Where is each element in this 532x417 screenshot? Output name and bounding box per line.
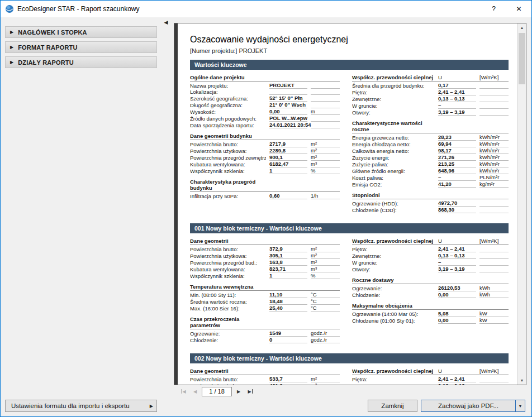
report-group-title: Czas przekroczenia parametrów <box>190 316 266 328</box>
sidebar-section-report-parts[interactable]: ▶ DZIAŁY RAPORTU <box>5 56 157 68</box>
sidebar-section-report-format[interactable]: ▶ FORMAT RAPORTU <box>5 41 157 53</box>
help-button[interactable]: ? <box>481 1 506 17</box>
report-row-unit: % <box>311 167 340 174</box>
last-page-button[interactable]: ▶ <box>245 387 255 396</box>
next-page-button[interactable]: ▶ <box>234 387 244 396</box>
window-title: EcoDesigner STAR - Raport szacunkowy <box>17 5 481 13</box>
collapse-panel-arrow-icon[interactable]: ◀ <box>162 18 170 26</box>
report-row-label: Piętra: <box>352 246 435 252</box>
report-row-label: Współczynnik szklenia: <box>190 273 266 279</box>
report-group-header: Współcz. przewodności cieplnejU[W/m²K] <box>352 74 509 82</box>
report-row-value: 11,10 <box>269 291 307 298</box>
report-row-label: Piętra: <box>352 376 435 382</box>
close-button[interactable]: ✕ <box>506 1 531 17</box>
report-row-value: 0,17 <box>438 82 476 89</box>
report-row-value: 18,48 <box>269 298 307 305</box>
report-row-unit: kWh/m²r <box>479 161 509 167</box>
report-row: Średnia wartość roczna:18,48°C <box>190 298 340 305</box>
report-row-label: Min. (08:00 Sty 11): <box>190 292 266 298</box>
report-row-label: Zużycie energii: <box>352 155 435 161</box>
report-row-value: 1 <box>269 272 307 279</box>
format-settings-label: Ustawienia formatu dla importu i eksport… <box>11 402 130 409</box>
report-subtitle: [Numer projektu:] PROJEKT <box>190 47 509 54</box>
report-row: Data sporządzenia raportu:24.01.2021 20:… <box>190 122 340 128</box>
report-row-label: Powierzchnia brutto: <box>190 246 266 252</box>
dropdown-arrow-icon: ▼ <box>519 404 522 408</box>
report-row-value: 6182,47 <box>269 161 307 167</box>
report-group-title: Współcz. przewodności cieplnej <box>352 368 435 374</box>
report-group-title: Maksymalne obciążenia <box>352 303 435 309</box>
report-row: Szerokość geograficzna:52° 15' 0" Płn <box>190 95 340 102</box>
report-group-value-head: U <box>438 368 476 374</box>
report-row-label: W gruncie: <box>352 103 435 109</box>
report-row-unit: m² <box>311 246 340 252</box>
report-row: Piętra:2,41 – 2,41 <box>352 89 509 95</box>
report-row-value: 3,19 – 3,19 <box>438 266 476 272</box>
page-navigation: ◀ ◀ 1 / 18 ▶ ▶ <box>178 386 255 396</box>
report-group: Dane geometrii budynkuPowierzchnia brutt… <box>190 133 340 174</box>
scroll-down-icon[interactable]: ▼ <box>518 376 526 385</box>
report-group: Temperatura wewnętrznaMin. (08:00 Sty 11… <box>190 284 340 311</box>
report-row-unit: m² <box>311 376 340 382</box>
sidebar-section-header-footer[interactable]: ▶ NAGŁÓWEK I STOPKA <box>5 26 157 38</box>
report-row-unit: m² <box>311 259 340 266</box>
report-row-unit: PLN/m²r <box>479 174 509 181</box>
report-row-label: Ogrzewanie (HDD): <box>352 200 435 207</box>
report-group: Maksymalne obciążeniaOgrzewanie (14:00 M… <box>352 303 509 324</box>
report-group-title: Dane geometrii budynku <box>190 133 266 139</box>
report-group-title: Współcz. przewodności cieplnej <box>352 74 435 80</box>
report-group: Współcz. przewodności cieplnejU[W/m²K]Śr… <box>352 74 509 116</box>
report-row-unit: godz./r <box>311 330 340 337</box>
report-group: Roczne dostawyOgrzewanie:26120,53kWhChło… <box>352 277 509 298</box>
report-row-unit: m³ <box>311 266 340 272</box>
close-dialog-button[interactable]: Zamknij <box>368 400 417 412</box>
dialog-window: EcoDesigner STAR - Raport szacunkowy ? ✕… <box>0 0 532 417</box>
report-row-value: 3,19 – 3,19 <box>438 109 476 116</box>
report-row: Koszt paliwa:–PLN/m²r <box>352 174 509 181</box>
report-row: Infiltracja przy 50Pa:0,601/h <box>190 193 340 199</box>
report-row-value: 26120,53 <box>438 285 476 291</box>
report-row-unit: m² <box>311 252 340 259</box>
report-row-unit: kWh/m²r <box>479 134 509 141</box>
report-row-label: Zużycie paliwa: <box>352 161 435 167</box>
format-settings-button[interactable]: Ustawienia formatu dla importu i eksport… <box>5 400 157 412</box>
previous-page-icon: ◀ <box>193 389 197 394</box>
report-row-value: 372,9 <box>269 246 307 252</box>
first-page-button[interactable]: ◀ <box>178 387 188 396</box>
report-row-value: 0,00 <box>438 317 476 324</box>
save-as-pdf-button[interactable]: Zachowaj jako PDF... <box>421 400 516 412</box>
scroll-up-icon[interactable]: ▲ <box>518 23 526 32</box>
report-row-label: Powierzchnia przegród zewnętrznych: <box>190 155 266 161</box>
report-row: Źródło danych pogodowych:POL W...W.epw <box>190 115 340 122</box>
report-group-title: Stopniodni <box>352 192 435 198</box>
report-row-label: Szerokość geograficzna: <box>190 95 266 102</box>
report-row: Lokalizacja: <box>190 89 340 95</box>
report-row-label: Główne źródło energii: <box>352 168 435 174</box>
report-row-unit: m² <box>311 382 340 385</box>
report-row-label: Nazwa projektu: <box>190 83 266 89</box>
report-row-value: 2289,8 <box>269 147 307 154</box>
report-row-value: 0,00 <box>269 108 307 115</box>
report-row-unit: % <box>311 272 340 279</box>
report-group-title: Charakterystyczne wartości roczne <box>352 120 435 132</box>
report-row-unit <box>479 258 509 259</box>
report-row-value: 2,41 – 2,41 <box>438 246 476 252</box>
report-row: Piętra:2,41 – 2,41 <box>352 246 509 252</box>
report-row: Powierzchnia użytkowa:305,1m² <box>190 252 340 259</box>
submenu-arrow-icon: ▶ <box>150 404 153 409</box>
previous-page-button[interactable]: ◀ <box>190 387 200 396</box>
report-page: Oszacowanie wydajności energetycznej [Nu… <box>178 23 517 385</box>
report-row: Powierzchnia brutto:372,9m² <box>190 246 340 252</box>
report-group: Czas przekroczenia parametrówOgrzewanie:… <box>190 316 340 343</box>
report-group-header: Dane geometrii budynku <box>190 133 340 140</box>
page-number-field[interactable]: 1 / 18 <box>202 387 232 396</box>
report-group-value-head: U <box>438 74 476 80</box>
report-row-unit <box>479 206 509 207</box>
report-row-label: Lokalizacja: <box>190 89 266 95</box>
report-row: Długość geograficzna:21° 0' 0" Wsch <box>190 102 340 108</box>
scrollbar-thumb[interactable] <box>519 33 525 84</box>
report-row-value: 648,96 <box>438 167 476 174</box>
pdf-dropdown-button[interactable]: ▼ <box>515 400 525 412</box>
report-row: Kubatura wentylowana:6182,47m³ <box>190 161 340 167</box>
vertical-scrollbar[interactable]: ▲ ▼ <box>517 23 526 385</box>
